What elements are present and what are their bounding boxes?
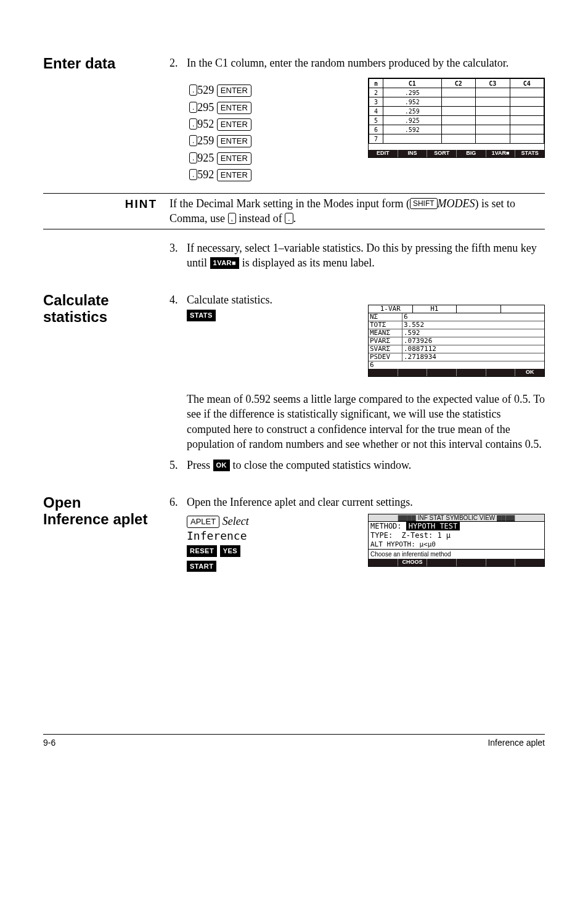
section-heading-calc-stats: Calculate statistics (43, 292, 169, 325)
step-number: 4. (169, 292, 187, 307)
hint-label: HINT (43, 196, 169, 226)
step-text: In the C1 column, enter the random numbe… (187, 56, 545, 70)
step-number: 3. (169, 241, 187, 255)
hint-box: HINT If the Decimal Mark setting in the … (43, 193, 545, 229)
page-number: 9-6 (43, 737, 55, 749)
footer-title: Inference aplet (488, 737, 545, 749)
calculator-screen-stats: 1-VAR H1 NΣ6 TOTΣ3.552 MEANΣ.592 PVARΣ.0… (368, 305, 545, 377)
step-number: 6. (169, 495, 187, 509)
section-heading-open-inference: Open Inference aplet (43, 495, 169, 527)
step-text: If necessary, select 1–variable statisti… (187, 241, 545, 271)
soft-key-stats: STATS (187, 310, 216, 321)
step-text: Press OK to close the computed statistic… (187, 458, 545, 472)
calculator-screen-data: n C1 C2 C3 C4 2.295 3.952 4.259 5.925 6.… (368, 78, 545, 158)
step-paragraph: The mean of 0.592 seems a little large c… (187, 392, 545, 452)
step-number: 2. (169, 56, 187, 70)
section-heading-enter-data: Enter data (43, 56, 169, 72)
calculator-screen-inference: ▓▓▓▓ INF STAT SYMBOLIC VIEW ▓▓▓▓ METHOD:… (368, 514, 545, 567)
step-text: Calculate statistics. (187, 294, 272, 306)
page-footer: 9-6 Inference aplet (43, 734, 545, 749)
step-number: 5. (169, 458, 187, 472)
step-text: Open the Inference aplet and clear curre… (187, 495, 545, 509)
